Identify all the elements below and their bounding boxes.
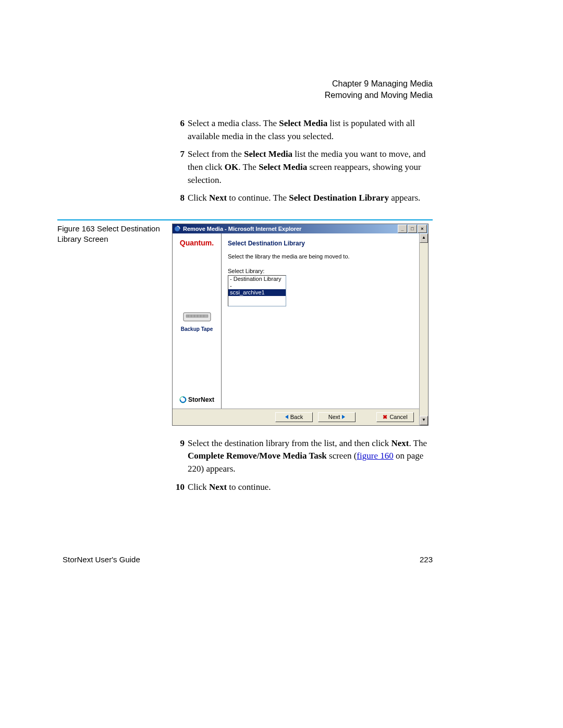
step-10: 10 Click Next to continue. [172, 481, 433, 494]
step-7: 7 Select from the Select Media list the … [172, 148, 433, 187]
main-content: 6 Select a media class. The Select Media… [172, 117, 433, 493]
svg-rect-2 [186, 315, 208, 317]
next-button[interactable]: Next [318, 412, 356, 422]
button-bar: Back Next ✖ Cancel [173, 409, 419, 425]
dialog-screenshot: Remove Media - Microsoft Internet Explor… [172, 224, 429, 426]
stornext-icon [179, 396, 187, 403]
backup-tape-label: Backup Tape [175, 326, 219, 332]
step-number: 6 [172, 117, 185, 143]
page: Chapter 9 Managing Media Removing and Mo… [0, 0, 563, 728]
minimize-button[interactable]: _ [398, 225, 407, 233]
left-panel: Quantum. [173, 233, 222, 409]
step-number: 8 [172, 192, 185, 205]
titlebar: Remove Media - Microsoft Internet Explor… [173, 224, 428, 233]
list-option[interactable]: scsi_archive1 [228, 289, 286, 296]
stornext-logo: StorNext [175, 396, 219, 403]
page-number: 223 [420, 555, 433, 564]
dialog-body: Quantum. [173, 233, 428, 425]
step-6: 6 Select a media class. The Select Media… [172, 117, 433, 143]
figure-link[interactable]: figure 160 [357, 451, 393, 461]
steps-bottom: 9 Select the destination library from th… [172, 437, 433, 494]
step-text: Click Next to continue. The Select Desti… [188, 192, 433, 205]
figure-rule [57, 219, 433, 220]
scroll-up-button[interactable]: ▲ [420, 233, 428, 243]
figure-row: Figure 163 Select Destination Library Sc… [57, 224, 433, 426]
steps-top: 6 Select a media class. The Select Media… [172, 117, 433, 205]
window-buttons: _ □ × [398, 225, 427, 233]
right-panel: Select Destination Library Select the li… [222, 233, 419, 409]
page-footer: StorNext User's Guide 223 [63, 555, 433, 564]
section-label: Removing and Moving Media [325, 90, 433, 101]
step-number: 7 [172, 148, 185, 187]
step-number: 10 [172, 481, 185, 494]
panel-title: Select Destination Library [228, 240, 413, 247]
quantum-logo: Quantum. [175, 239, 219, 247]
dialog-title: Remove Media - Microsoft Internet Explor… [183, 226, 398, 232]
step-text: Select the destination library from the … [188, 437, 433, 476]
page-header: Chapter 9 Managing Media Removing and Mo… [325, 78, 433, 101]
maximize-button[interactable]: □ [408, 225, 417, 233]
scrollbar[interactable]: ▲ ▼ [419, 233, 428, 425]
panel-description: Select the library the media are being m… [228, 253, 413, 260]
list-option[interactable]: - Destination Library - [228, 276, 286, 289]
guide-name: StorNext User's Guide [63, 555, 140, 564]
tape-drive-icon [183, 311, 211, 323]
step-number: 9 [172, 437, 185, 476]
step-8: 8 Click Next to continue. The Select Des… [172, 192, 433, 205]
ie-icon [174, 225, 181, 232]
scroll-down-button[interactable]: ▼ [420, 416, 428, 425]
step-9: 9 Select the destination library from th… [172, 437, 433, 476]
arrow-right-icon [342, 415, 345, 419]
back-button[interactable]: Back [275, 412, 313, 422]
figure-caption: Figure 163 Select Destination Library Sc… [57, 224, 172, 245]
step-text: Click Next to continue. [188, 481, 433, 494]
step-text: Select from the Select Media list the me… [188, 148, 433, 187]
select-library-label: Select Library: [228, 268, 413, 274]
x-icon: ✖ [383, 414, 387, 421]
arrow-left-icon [285, 415, 288, 419]
step-text: Select a media class. The Select Media l… [188, 117, 433, 143]
chapter-label: Chapter 9 Managing Media [325, 78, 433, 90]
cancel-button[interactable]: ✖ Cancel [376, 412, 414, 422]
close-button[interactable]: × [418, 225, 427, 233]
select-library-listbox[interactable]: - Destination Library - scsi_archive1 [228, 275, 286, 306]
